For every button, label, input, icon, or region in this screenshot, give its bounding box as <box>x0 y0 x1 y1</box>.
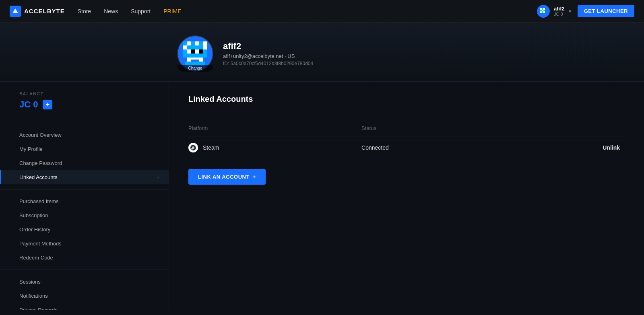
table-header-action <box>518 122 625 136</box>
chevron-down-icon: ▾ <box>569 8 571 14</box>
sidebar-item-redeem-code[interactable]: Redeem Code <box>0 251 169 265</box>
linked-accounts-table: Platform Status <box>188 122 625 159</box>
content-title: Linked Accounts <box>188 95 625 104</box>
profile-email: afif+unity2@accelbyte.net · US <box>223 53 313 59</box>
svg-rect-29 <box>199 58 203 62</box>
sidebar-divider-1 <box>0 123 169 123</box>
svg-rect-13 <box>191 41 195 45</box>
svg-rect-2 <box>542 8 543 10</box>
unlink-button[interactable]: Unlink <box>518 136 625 159</box>
balance-section: BALANCE JC 0 + <box>0 91 169 119</box>
svg-rect-19 <box>203 45 207 49</box>
sidebar-item-subscription[interactable]: Subscription <box>0 208 169 222</box>
sidebar: BALANCE JC 0 + Account Overview My Profi… <box>0 82 169 310</box>
sidebar-item-notifications[interactable]: Notifications <box>0 289 169 303</box>
sidebar-item-privacy-records[interactable]: Privacy Records <box>0 303 169 310</box>
svg-rect-26 <box>183 54 207 58</box>
svg-rect-21 <box>187 49 191 54</box>
svg-rect-25 <box>203 49 207 54</box>
svg-point-33 <box>191 148 193 150</box>
profile-info: afif2 afif+unity2@accelbyte.net · US ID:… <box>223 41 313 66</box>
sidebar-divider-3 <box>0 270 169 270</box>
avatar-wrapper[interactable]: Change <box>177 35 213 72</box>
avatar-change-overlay[interactable]: Change <box>177 65 213 72</box>
svg-rect-7 <box>540 11 542 13</box>
svg-rect-28 <box>191 58 199 60</box>
sidebar-item-change-password[interactable]: Change Password <box>0 156 169 170</box>
balance-add-button[interactable]: + <box>43 100 52 109</box>
link-account-plus-icon: + <box>253 174 256 180</box>
balance-amount: JC 0 + <box>19 99 159 110</box>
user-avatar-small <box>537 5 550 18</box>
table-row: Steam Connected Unlink <box>188 136 625 159</box>
svg-rect-5 <box>542 10 543 11</box>
sidebar-section-misc: Sessions Notifications Privacy Records P… <box>0 273 169 310</box>
sidebar-item-payment-methods[interactable]: Payment Methods <box>0 237 169 251</box>
nav-news[interactable]: News <box>104 8 118 14</box>
user-details: afif2 JC 0 <box>554 6 565 16</box>
svg-rect-20 <box>183 49 187 54</box>
profile-header: Change afif2 afif+unity2@accelbyte.net ·… <box>0 23 644 82</box>
user-balance-nav: JC 0 <box>554 12 565 16</box>
svg-rect-18 <box>187 45 203 49</box>
sidebar-item-order-history[interactable]: Order History <box>0 222 169 237</box>
content-divider <box>188 112 625 112</box>
svg-rect-24 <box>199 49 203 54</box>
steam-icon <box>188 143 198 152</box>
sidebar-section-account: Account Overview My Profile Change Passw… <box>0 126 169 186</box>
topnav-right: afif2 JC 0 ▾ GET LAUNCHER <box>537 5 634 18</box>
svg-rect-11 <box>183 41 187 45</box>
svg-rect-22 <box>191 49 195 54</box>
link-account-button[interactable]: LINK AN ACCOUNT + <box>188 169 266 185</box>
platform-cell: Steam <box>188 136 361 159</box>
svg-rect-4 <box>540 10 542 11</box>
svg-rect-16 <box>203 41 207 45</box>
topnav: ACCELBYTE Store News Support PRIME afif2… <box>0 0 644 23</box>
logo-icon <box>10 6 21 17</box>
svg-marker-0 <box>12 8 18 13</box>
nav-store[interactable]: Store <box>78 8 91 14</box>
sidebar-item-account-overview[interactable]: Account Overview <box>0 128 169 142</box>
nav-prime[interactable]: PRIME <box>163 8 181 14</box>
table-header-platform: Platform <box>188 122 361 136</box>
nav-support[interactable]: Support <box>131 8 151 14</box>
logo[interactable]: ACCELBYTE <box>10 6 65 17</box>
sidebar-item-linked-accounts[interactable]: Linked Accounts › <box>0 170 169 184</box>
svg-rect-1 <box>540 8 542 10</box>
balance-value: JC 0 <box>19 99 38 110</box>
sidebar-item-purchased-items[interactable]: Purchased Items <box>0 194 169 208</box>
svg-rect-27 <box>187 58 191 62</box>
svg-rect-17 <box>183 45 187 49</box>
sidebar-item-my-profile[interactable]: My Profile <box>0 142 169 156</box>
user-name-nav: afif2 <box>554 6 565 12</box>
svg-rect-3 <box>543 8 545 10</box>
platform-name: Steam <box>203 144 219 151</box>
svg-rect-23 <box>195 49 199 54</box>
svg-rect-14 <box>195 41 199 45</box>
table-header-status: Status <box>361 122 518 136</box>
sidebar-section-purchases: Purchased Items Subscription Order Histo… <box>0 193 169 266</box>
user-menu[interactable]: afif2 JC 0 ▾ <box>537 5 571 18</box>
sidebar-divider-2 <box>0 189 169 189</box>
status-cell: Connected <box>361 136 518 159</box>
balance-label: BALANCE <box>19 91 159 96</box>
chevron-right-icon: › <box>157 175 159 180</box>
svg-rect-9 <box>543 11 545 13</box>
content-area: Linked Accounts Platform Status <box>169 82 644 310</box>
svg-rect-15 <box>199 41 203 45</box>
profile-id: ID: 5a0c0b70cf5d4012b3f8b0290e780d04 <box>223 61 313 66</box>
main-layout: BALANCE JC 0 + Account Overview My Profi… <box>0 82 644 310</box>
svg-rect-12 <box>187 41 191 45</box>
svg-rect-6 <box>543 10 545 11</box>
sidebar-item-sessions[interactable]: Sessions <box>0 275 169 289</box>
link-account-label: LINK AN ACCOUNT <box>198 174 250 180</box>
logo-text: ACCELBYTE <box>24 8 65 14</box>
topnav-links: Store News Support PRIME <box>78 8 537 14</box>
get-launcher-button[interactable]: GET LAUNCHER <box>578 5 634 17</box>
svg-rect-8 <box>542 11 543 13</box>
profile-username: afif2 <box>223 41 313 51</box>
